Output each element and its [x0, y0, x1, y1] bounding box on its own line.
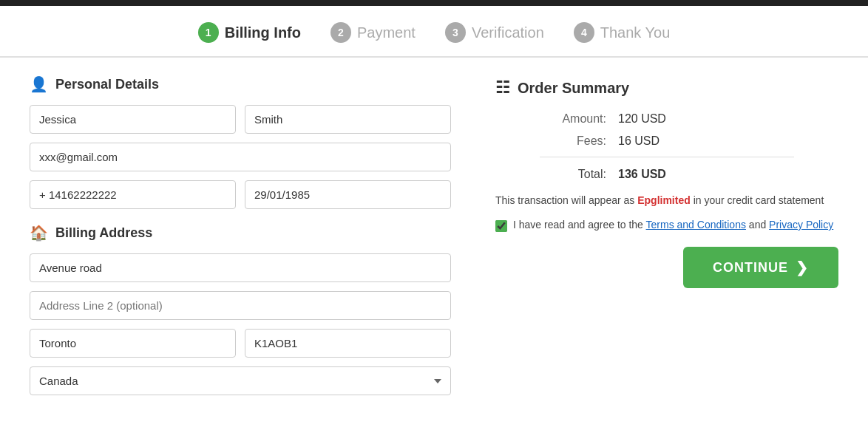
step-payment-num: 2 — [330, 22, 351, 43]
person-icon: 👤 — [30, 75, 48, 93]
fees-label: Fees: — [540, 134, 606, 148]
step-thankyou-num: 4 — [574, 22, 594, 43]
privacy-link[interactable]: Privacy Policy — [769, 219, 833, 231]
left-panel: 👤 Personal Details 🏠 Billing Address — [30, 75, 451, 404]
personal-details-title: Personal Details — [55, 77, 159, 92]
terms-link[interactable]: Terms and Conditions — [646, 219, 746, 231]
city-input[interactable] — [30, 329, 236, 358]
step-billing: 1 Billing Info — [198, 22, 301, 43]
address2-row — [30, 291, 451, 320]
amount-label: Amount: — [540, 112, 606, 126]
transaction-note-pre: This transaction will appear as — [495, 194, 637, 206]
list-icon: ☷ — [495, 78, 510, 98]
total-value: 136 USD — [618, 168, 666, 181]
top-bar — [0, 0, 868, 6]
order-divider — [540, 157, 794, 157]
agree-row: I have read and agree to the Terms and C… — [495, 219, 838, 232]
home-icon: 🏠 — [30, 224, 48, 242]
phone-input[interactable] — [30, 180, 236, 209]
transaction-note: This transaction will appear as Epglimit… — [495, 193, 838, 208]
continue-arrow-icon: ❯ — [796, 259, 809, 276]
fees-row: Fees: 16 USD — [495, 134, 838, 148]
total-row: Total: 136 USD — [495, 168, 838, 181]
right-panel: ☷ Order Summary Amount: 120 USD Fees: 16… — [495, 75, 838, 404]
stepper: 1 Billing Info 2 Payment 3 Verification … — [0, 6, 868, 58]
billing-address-section: 🏠 Billing Address Canada United States U… — [30, 224, 451, 395]
postal-input[interactable] — [245, 329, 451, 358]
total-label: Total: — [540, 168, 606, 181]
step-verification: 3 Verification — [445, 22, 544, 43]
step-payment-label: Payment — [357, 24, 416, 41]
transaction-merchant: Epglimited — [637, 194, 691, 206]
billing-address-title: Billing Address — [55, 225, 152, 241]
amount-value: 120 USD — [618, 112, 666, 126]
fees-value: 16 USD — [618, 134, 660, 148]
transaction-note-post: in your credit card statement — [691, 194, 824, 206]
country-select[interactable]: Canada United States United Kingdom Aust… — [30, 366, 451, 395]
step-payment: 2 Payment — [330, 22, 416, 43]
name-row — [30, 105, 451, 134]
step-thankyou: 4 Thank You — [574, 22, 671, 43]
order-summary-title-text: Order Summary — [518, 80, 629, 97]
agree-checkbox[interactable] — [495, 220, 507, 232]
agree-text: I have read and agree to the Terms and C… — [513, 219, 833, 231]
main-content: 👤 Personal Details 🏠 Billing Address — [0, 58, 868, 422]
city-postal-row — [30, 329, 451, 358]
country-row: Canada United States United Kingdom Aust… — [30, 366, 451, 395]
dob-input[interactable] — [245, 180, 451, 209]
email-input[interactable] — [30, 143, 451, 171]
step-thankyou-label: Thank You — [600, 24, 671, 41]
continue-label: CONTINUE — [713, 260, 788, 276]
last-name-input[interactable] — [245, 105, 451, 134]
first-name-input[interactable] — [30, 105, 236, 134]
phone-dob-row — [30, 180, 451, 209]
email-row — [30, 143, 451, 171]
address2-input[interactable] — [30, 291, 451, 320]
personal-details-heading: 👤 Personal Details — [30, 75, 451, 93]
step-verification-num: 3 — [445, 22, 466, 43]
billing-address-heading: 🏠 Billing Address — [30, 224, 451, 242]
order-summary-heading: ☷ Order Summary — [495, 78, 838, 98]
continue-button[interactable]: CONTINUE ❯ — [683, 247, 838, 288]
step-billing-label: Billing Info — [225, 24, 301, 41]
address1-input[interactable] — [30, 253, 451, 282]
amount-row: Amount: 120 USD — [495, 112, 838, 126]
step-billing-num: 1 — [198, 22, 219, 43]
address1-row — [30, 253, 451, 282]
step-verification-label: Verification — [472, 24, 544, 41]
